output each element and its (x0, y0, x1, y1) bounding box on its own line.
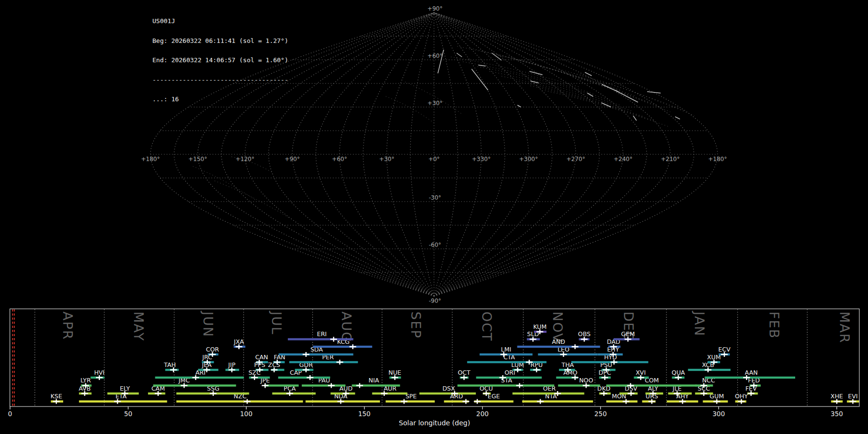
peak-marker (303, 352, 310, 357)
shower-code-label: NUE (389, 369, 401, 376)
shower-lyr: LYR (81, 377, 92, 388)
peak-marker (337, 360, 343, 365)
shower-code-label: DSX (442, 385, 455, 392)
map-lat-label: +60° (427, 53, 442, 59)
activity-bar (278, 377, 330, 379)
meteor-trail (517, 105, 521, 107)
peak-marker (679, 399, 686, 404)
activity-bar (302, 384, 346, 386)
meteor-trail (675, 117, 680, 119)
shower-code-label: XHE (830, 393, 843, 400)
activity-bar (606, 384, 696, 386)
shower-xvi: XVI (634, 369, 649, 380)
peak-marker (515, 367, 521, 372)
activity-chart: APRMAYJUNJULAUGSEPOCTNOVDECJANFEBMARKSEE… (8, 309, 859, 427)
month-labels: APRMAYJUNJULAUGSEPOCTNOVDECJANFEBMAR (60, 311, 853, 344)
peak-marker (181, 383, 188, 388)
shower-nue: NUE (389, 369, 401, 380)
meteor-trail (472, 69, 488, 90)
shower-code-label: QUA (672, 369, 685, 376)
activity-bar (372, 393, 407, 394)
activity-bar (606, 400, 637, 402)
peak-marker (560, 352, 567, 357)
month-label: FEB (767, 312, 782, 339)
shower-qua: QUA (672, 369, 685, 380)
activity-bar (264, 384, 299, 386)
shower-kse: KSE (51, 393, 63, 404)
begin-time: Beg: 20260322 06:11:41 (sol = 1.27°) (152, 38, 288, 44)
peak-marker (401, 399, 407, 404)
x-tick-label: 350 (830, 410, 843, 418)
x-tick-label: 250 (595, 410, 607, 418)
info-divider: ------------------------------------ (152, 77, 288, 83)
x-tick-label: 300 (712, 410, 725, 418)
shower-code-label: GEM (621, 330, 635, 338)
map-lon-label: +180° (141, 156, 160, 163)
current-sol-marker (13, 310, 14, 407)
activity-bar (79, 400, 167, 402)
plot-canvas: +180°+150°+120°+90°+60°+30°+0°+330°+300°… (0, 0, 868, 434)
meteor-trail (457, 53, 462, 57)
peak-marker (303, 367, 310, 372)
shower-kum: KUM (533, 323, 547, 335)
shower-ecv: ECV (719, 346, 731, 357)
shower-code-label: LYR (81, 377, 91, 384)
activity-bar (313, 346, 372, 348)
peak-marker (516, 383, 523, 388)
peak-marker (286, 391, 293, 396)
peak-marker (833, 399, 840, 404)
shower-code-label: CAN (255, 353, 268, 361)
shower-code-label: AAN (745, 369, 758, 376)
activity-bar (538, 353, 598, 355)
shower-code-label: XVI (636, 369, 646, 376)
peak-marker (572, 344, 579, 349)
shower-code-label: NOO (579, 377, 593, 384)
shower-oct: OCT (458, 369, 471, 380)
activity-bar (467, 361, 547, 363)
peak-marker (350, 344, 356, 349)
x-tick-label: 0 (8, 410, 13, 418)
meteor-trail (601, 103, 611, 107)
peak-marker (244, 399, 251, 404)
peak-marker (155, 391, 162, 396)
activity-bar (155, 377, 244, 379)
peak-marker (229, 367, 235, 372)
activity-bar (571, 361, 649, 363)
shower-code-label: OHY (735, 393, 748, 400)
shower-ely: ELY (108, 385, 139, 396)
meteor-trails (438, 50, 680, 121)
peak-marker (533, 367, 540, 372)
peak-marker (850, 399, 856, 404)
month-label: APR (60, 312, 75, 340)
peak-marker (251, 375, 258, 380)
activity-bar (558, 384, 600, 386)
x-tick-label: 100 (240, 410, 253, 418)
activity-bar (458, 384, 555, 386)
activity-bar (153, 384, 236, 386)
shower-code-label: OCT (458, 369, 471, 376)
map-lat-label: +30° (427, 100, 442, 107)
shower-code-label: HVI (94, 369, 105, 376)
end-time: End: 20260322 14:06:57 (sol = 1.60°) (152, 57, 288, 64)
meteor-count: ...: 16 (152, 96, 288, 103)
map-lon-label: +240° (614, 156, 633, 163)
peak-marker (462, 399, 469, 404)
peak-marker (583, 383, 590, 388)
activity-bar (420, 393, 476, 394)
meteor-trail (478, 65, 486, 66)
activity-bar (476, 377, 542, 379)
x-tick-label: 50 (124, 410, 132, 418)
map-lon-label: +300° (519, 156, 538, 163)
peak-marker (701, 391, 707, 396)
map-lat-label: -30° (429, 194, 441, 201)
x-tick-label: 200 (476, 410, 489, 418)
shower-evi: EVI (847, 393, 859, 404)
shower-obs: OBS (578, 330, 591, 342)
shower-code-label: JXA (233, 338, 244, 345)
activity-bar (289, 361, 358, 363)
x-tick-label: 150 (358, 410, 371, 418)
peak-marker (572, 375, 579, 380)
month-label: MAR (837, 312, 852, 344)
peak-marker (721, 352, 728, 357)
peak-marker (600, 391, 607, 396)
